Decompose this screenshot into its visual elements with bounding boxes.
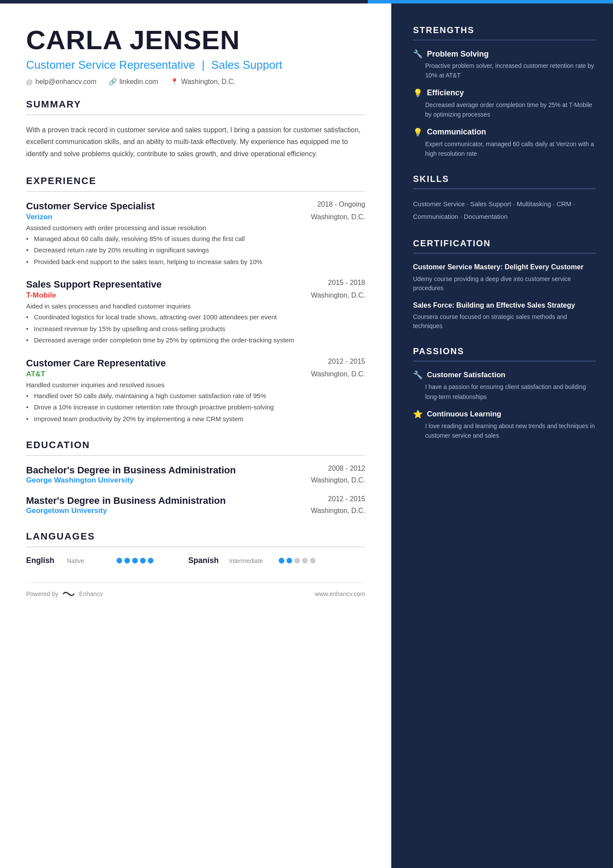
language-spanish-level: Intermediate — [229, 557, 273, 564]
skills-divider — [413, 188, 596, 189]
dot — [310, 558, 316, 563]
certification-section: CERTIFICATION Customer Service Mastery: … — [413, 238, 596, 331]
job-2-bullets: Coordinated logistics for local trade sh… — [26, 312, 365, 345]
passion-2: ⭐ Continuous Learning I love reading and… — [413, 409, 596, 441]
efficiency-icon: 💡 — [413, 88, 423, 98]
languages-section: LANGUAGES English Native — [26, 531, 365, 565]
job-3-location: Washington, D.C. — [311, 370, 365, 378]
brand-name: Enhancv — [79, 590, 103, 597]
job-1-bullets: Managed about 60 calls daily, resolving … — [26, 234, 365, 267]
strength-2-desc: Decreased average order completion time … — [413, 100, 596, 120]
skills-section-title: SKILLS — [413, 174, 596, 184]
job-3-header: Customer Care Representative 2012 - 2015 — [26, 358, 365, 369]
language-english-name: English — [26, 556, 61, 565]
job-2-title: Sales Support Representative — [26, 279, 162, 290]
job-2-summary: Aided in sales processes and handled cus… — [26, 302, 365, 310]
language-spanish-dots — [279, 558, 316, 563]
linkedin-icon: 🔗 — [109, 78, 117, 86]
degree-1-sub: George Washington University Washington,… — [26, 476, 365, 485]
contact-location: 📍 Washington, D.C. — [170, 78, 236, 86]
passion-2-name: Continuous Learning — [427, 410, 501, 419]
job-2-bullet-1: Coordinated logistics for local trade sh… — [26, 312, 365, 322]
strength-1-desc: Proactive problem solver, increased cust… — [413, 61, 596, 80]
strength-1: 🔧 Problem Solving Proactive problem solv… — [413, 49, 596, 80]
passion-1-header: 🔧 Customer Satisfaction — [413, 370, 596, 380]
problem-solving-icon: 🔧 — [413, 49, 423, 59]
title-part2: Sales Support — [211, 58, 282, 71]
passion-1-desc: I have a passion for ensuring client sat… — [413, 382, 596, 402]
dot — [287, 558, 292, 563]
communication-icon: 💡 — [413, 127, 423, 137]
contact-email: @ help@enhancv.com — [26, 78, 97, 86]
strength-3: 💡 Communication Expert communicator, man… — [413, 127, 596, 159]
strengths-section-title: STRENGTHS — [413, 25, 596, 35]
strength-2-header: 💡 Efficiency — [413, 88, 596, 98]
certification-divider — [413, 253, 596, 254]
top-accent-bar — [0, 0, 613, 3]
job-2: Sales Support Representative 2015 - 2018… — [26, 279, 365, 345]
strength-3-header: 💡 Communication — [413, 127, 596, 137]
language-english-level: Native — [67, 557, 110, 564]
degree-1-title: Bachelor's Degree in Business Administra… — [26, 465, 236, 476]
passion-2-header: ⭐ Continuous Learning — [413, 409, 596, 419]
job-1-company: Verizon — [26, 213, 52, 221]
job-1: Customer Service Specialist 2018 - Ongoi… — [26, 201, 365, 267]
location-icon: 📍 — [170, 78, 179, 86]
dot — [132, 558, 138, 563]
job-1-location: Washington, D.C. — [311, 213, 365, 221]
job-3-dates: 2012 - 2015 — [328, 358, 365, 365]
continuous-learning-icon: ⭐ — [413, 409, 423, 419]
degree-2-school: Georgetown University — [26, 506, 107, 515]
education-divider — [26, 455, 365, 456]
skills-text: Customer Service · Sales Support · Multi… — [413, 198, 596, 223]
strength-3-name: Communication — [427, 127, 486, 137]
degree-1-dates: 2008 - 2012 — [328, 465, 365, 473]
strength-2: 💡 Efficiency Decreased average order com… — [413, 88, 596, 120]
passions-section-title: PASSIONS — [413, 346, 596, 356]
degree-1: Bachelor's Degree in Business Administra… — [26, 465, 365, 485]
job-3: Customer Care Representative 2012 - 2015… — [26, 358, 365, 424]
strength-2-name: Efficiency — [427, 88, 464, 97]
language-english-dots — [117, 558, 153, 563]
language-spanish-name: Spanish — [188, 556, 223, 565]
job-1-title: Customer Service Specialist — [26, 201, 155, 212]
job-2-company: T-Mobile — [26, 291, 56, 300]
degree-2-sub: Georgetown University Washington, D.C. — [26, 506, 365, 515]
degree-2-header: Master's Degree in Business Administrati… — [26, 495, 365, 506]
job-2-location: Washington, D.C. — [311, 292, 365, 299]
job-1-bullet-2: Decreased return rate by 20% resulting i… — [26, 245, 365, 255]
education-section-title: EDUCATION — [26, 439, 365, 451]
cert-1-desc: Udemy course providing a deep dive into … — [413, 275, 596, 293]
location-text: Washington, D.C. — [181, 78, 236, 86]
cert-2-title: Sales Force: Building an Effective Sales… — [413, 301, 596, 310]
languages-divider — [26, 546, 365, 547]
email-text: help@enhancv.com — [35, 78, 96, 86]
enhancv-logo-icon — [62, 590, 76, 598]
degree-2-dates: 2012 - 2015 — [328, 495, 365, 503]
job-1-header: Customer Service Specialist 2018 - Ongoi… — [26, 201, 365, 212]
strength-1-name: Problem Solving — [427, 50, 489, 59]
passion-2-desc: I love reading and learning about new tr… — [413, 421, 596, 441]
strengths-section: STRENGTHS 🔧 Problem Solving Proactive pr… — [413, 25, 596, 158]
dot — [124, 558, 130, 563]
experience-section-title: EXPERIENCE — [26, 175, 365, 187]
job-2-header: Sales Support Representative 2015 - 2018 — [26, 279, 365, 290]
job-1-bullet-1: Managed about 60 calls daily, resolving … — [26, 234, 365, 244]
resume-container: CARLA JENSEN Customer Service Representa… — [0, 3, 613, 868]
strength-1-header: 🔧 Problem Solving — [413, 49, 596, 59]
job-3-summary: Handled customer inquiries and resolved … — [26, 381, 365, 389]
linkedin-text: linkedin.com — [120, 78, 158, 86]
dot — [294, 558, 300, 563]
cert-1-title: Customer Service Mastery: Delight Every … — [413, 262, 596, 272]
cert-1: Customer Service Mastery: Delight Every … — [413, 262, 596, 292]
degree-2-title: Master's Degree in Business Administrati… — [26, 495, 226, 506]
footer-website: www.enhancv.com — [315, 590, 365, 597]
job-1-dates: 2018 - Ongoing — [317, 201, 365, 208]
languages-row: English Native Spanish Intermediate — [26, 556, 365, 565]
dot — [279, 558, 284, 563]
experience-section: EXPERIENCE Customer Service Specialist 2… — [26, 175, 365, 424]
cert-2-desc: Coursera course focused on strategic sal… — [413, 312, 596, 331]
contact-row: @ help@enhancv.com 🔗 linkedin.com 📍 Wash… — [26, 78, 365, 86]
job-2-sub: T-Mobile Washington, D.C. — [26, 291, 365, 300]
job-3-bullet-1: Handled over 50 calls daily, maintaining… — [26, 391, 365, 401]
